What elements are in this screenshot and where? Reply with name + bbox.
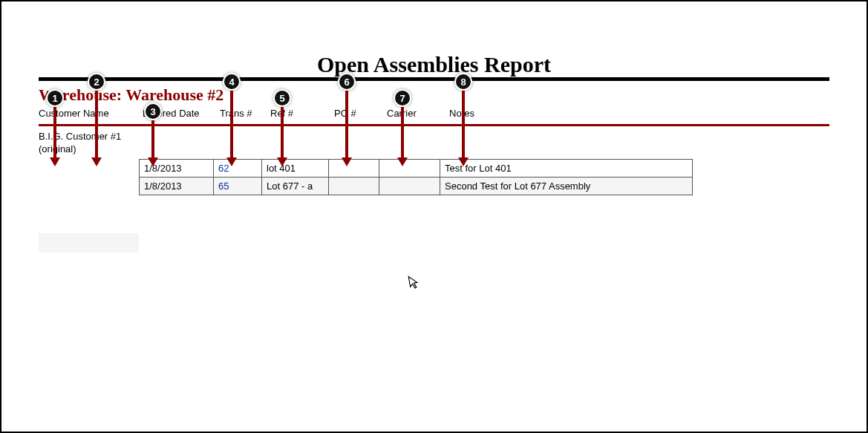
marker-circle: 3 — [144, 102, 162, 120]
warehouse-label: Warehouse: Warehouse #2 — [39, 85, 867, 105]
arrow-line-icon — [95, 91, 98, 157]
cursor-icon — [408, 274, 421, 293]
arrow-head-icon — [397, 157, 408, 166]
annotation-marker-1: 1 — [46, 89, 64, 166]
marker-circle: 5 — [273, 89, 291, 107]
cell-notes: Second Test for Lot 677 Assembly — [440, 178, 693, 195]
arrow-head-icon — [458, 157, 469, 166]
marker-circle: 8 — [454, 73, 472, 91]
annotation-marker-2: 2 — [88, 73, 105, 166]
arrow-line-icon — [462, 91, 465, 157]
marker-circle: 2 — [88, 73, 105, 91]
row-alt-leftpad — [39, 233, 139, 253]
arrow-line-icon — [401, 107, 404, 157]
arrow-head-icon — [277, 157, 287, 166]
marker-circle: 1 — [46, 89, 64, 107]
arrow-head-icon — [342, 157, 352, 166]
report-title: Open Assemblies Report — [1, 52, 867, 77]
cell-carrier — [379, 178, 440, 195]
annotation-marker-7: 7 — [394, 89, 411, 166]
arrow-line-icon — [281, 107, 284, 157]
marker-circle: 4 — [223, 73, 241, 91]
arrow-line-icon — [53, 107, 56, 157]
cell-ref: Lot 677 - a — [262, 178, 329, 195]
title-underline — [39, 77, 829, 81]
marker-circle: 7 — [394, 89, 411, 107]
annotation-marker-5: 5 — [273, 89, 291, 166]
customer-sub: (original) — [39, 143, 867, 154]
annotation-marker-4: 4 — [223, 73, 241, 166]
report-container: Open Assemblies Report Warehouse: Wareho… — [1, 52, 867, 195]
cell-notes: Test for Lot 401 — [440, 160, 693, 178]
arrow-line-icon — [345, 91, 348, 157]
arrow-head-icon — [148, 157, 158, 166]
arrow-head-icon — [50, 157, 60, 166]
arrow-head-icon — [91, 157, 102, 166]
marker-circle: 6 — [338, 73, 356, 91]
cell-date: 1/8/2013 — [140, 178, 214, 195]
arrow-line-icon — [151, 120, 154, 157]
annotation-marker-3: 3 — [144, 102, 162, 166]
annotation-marker-8: 8 — [454, 73, 472, 166]
customer-name: B.I.G. Customer #1 — [39, 131, 867, 142]
cell-po — [329, 178, 379, 195]
table-row: 1/8/2013 65 Lot 677 - a Second Test for … — [140, 178, 693, 195]
arrow-head-icon — [226, 157, 237, 166]
data-table: 1/8/2013 62 lot 401 Test for Lot 401 1/8… — [139, 159, 693, 195]
cell-ref: lot 401 — [262, 160, 329, 178]
annotation-marker-6: 6 — [338, 73, 356, 166]
arrow-line-icon — [230, 91, 233, 157]
cell-trans-link[interactable]: 65 — [214, 178, 262, 195]
customer-block: B.I.G. Customer #1 (original) — [39, 131, 867, 154]
